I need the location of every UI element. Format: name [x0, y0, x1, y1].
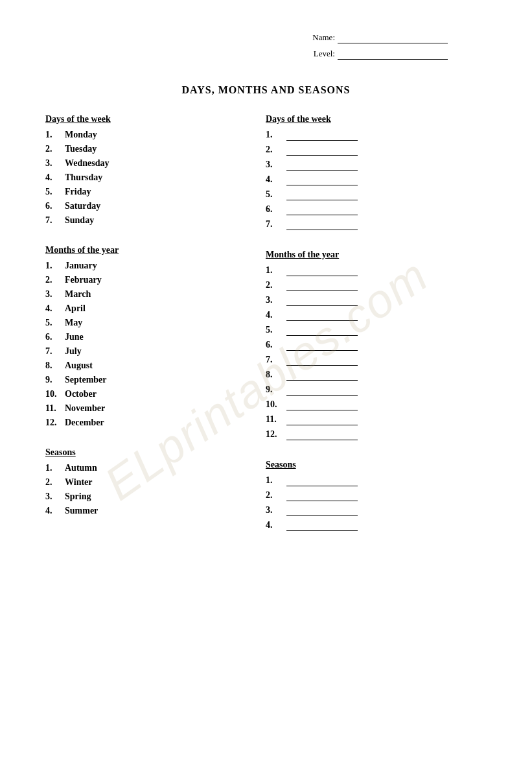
section-title-months-right: Months of the year	[266, 250, 487, 260]
main-title: DAYS, MONTHS AND SEASONS	[45, 84, 487, 96]
section-title-months-left: Months of the year	[45, 245, 253, 255]
list-item: 5.	[266, 189, 487, 200]
list-item: 6.Saturday	[45, 201, 253, 211]
list-item: 3.Wednesday	[45, 158, 253, 169]
list-item: 1.	[266, 475, 487, 486]
list-item: 6.	[266, 204, 487, 215]
list-item: 5.Friday	[45, 187, 253, 197]
page: ELprintables.com Name: Level: DAYS, MONT…	[0, 0, 532, 758]
list-item: 8.August	[45, 361, 253, 371]
list-item: 12.December	[45, 418, 253, 428]
list-item: 3.Spring	[45, 492, 253, 502]
list-item: 1.Monday	[45, 130, 253, 140]
section-months-left: Months of the year 1.January 2.February …	[45, 245, 253, 428]
list-item: 7.July	[45, 346, 253, 357]
list-item: 5.May	[45, 318, 253, 328]
columns: Days of the week 1.Monday 2.Tuesday 3.We…	[45, 114, 487, 551]
list-item: 5.	[266, 325, 487, 336]
list-item: 2.	[266, 280, 487, 291]
list-item: 8.	[266, 370, 487, 381]
list-item: 3.March	[45, 289, 253, 300]
list-item: 3.	[266, 505, 487, 516]
list-item: 1.Autumn	[45, 463, 253, 473]
list-item: 10.October	[45, 389, 253, 399]
list-item: 4.April	[45, 303, 253, 314]
section-title-seasons-left: Seasons	[45, 447, 253, 458]
name-label: Name:	[312, 32, 335, 43]
list-item: 1.January	[45, 261, 253, 271]
list-item: 1.	[266, 130, 487, 141]
list-item: 3.	[266, 160, 487, 171]
name-field-line: Name:	[312, 32, 448, 43]
list-item: 7.Sunday	[45, 215, 253, 226]
list-item: 7.	[266, 355, 487, 366]
name-underline	[338, 32, 448, 43]
list-item: 10.	[266, 399, 487, 410]
list-item: 2.Tuesday	[45, 144, 253, 154]
list-item: 4.Summer	[45, 506, 253, 516]
list-item: 6.	[266, 340, 487, 351]
list-item: 9.	[266, 385, 487, 396]
header-fields: Name: Level:	[45, 32, 487, 65]
list-item: 3.	[266, 295, 487, 306]
section-title-seasons-right: Seasons	[266, 460, 487, 470]
list-item: 4.Thursday	[45, 172, 253, 183]
list-item: 2.	[266, 145, 487, 156]
list-item: 11.	[266, 414, 487, 425]
list-item: 4.	[266, 174, 487, 185]
level-field-line: Level:	[314, 49, 448, 60]
list-item: 4.	[266, 310, 487, 321]
section-seasons-right: Seasons 1. 2. 3. 4.	[266, 460, 487, 531]
section-days-left: Days of the week 1.Monday 2.Tuesday 3.We…	[45, 114, 253, 226]
section-months-right: Months of the year 1. 2. 3. 4. 5. 6. 7. …	[266, 250, 487, 440]
list-item: 1.	[266, 265, 487, 276]
list-item: 12.	[266, 429, 487, 440]
list-item: 7.	[266, 219, 487, 230]
section-days-right: Days of the week 1. 2. 3. 4. 5. 6. 7.	[266, 114, 487, 230]
level-underline	[338, 49, 448, 60]
list-item: 2.February	[45, 275, 253, 285]
list-item: 9.September	[45, 375, 253, 385]
level-label: Level:	[314, 49, 335, 59]
right-column: Days of the week 1. 2. 3. 4. 5. 6. 7. Mo…	[253, 114, 487, 551]
section-seasons-left: Seasons 1.Autumn 2.Winter 3.Spring 4.Sum…	[45, 447, 253, 516]
section-title-days-right: Days of the week	[266, 114, 487, 124]
section-title-days-left: Days of the week	[45, 114, 253, 124]
list-item: 4.	[266, 520, 487, 531]
list-item: 11.November	[45, 403, 253, 414]
list-item: 6.June	[45, 332, 253, 342]
list-item: 2.	[266, 490, 487, 501]
left-column: Days of the week 1.Monday 2.Tuesday 3.We…	[45, 114, 253, 551]
list-item: 2.Winter	[45, 477, 253, 488]
